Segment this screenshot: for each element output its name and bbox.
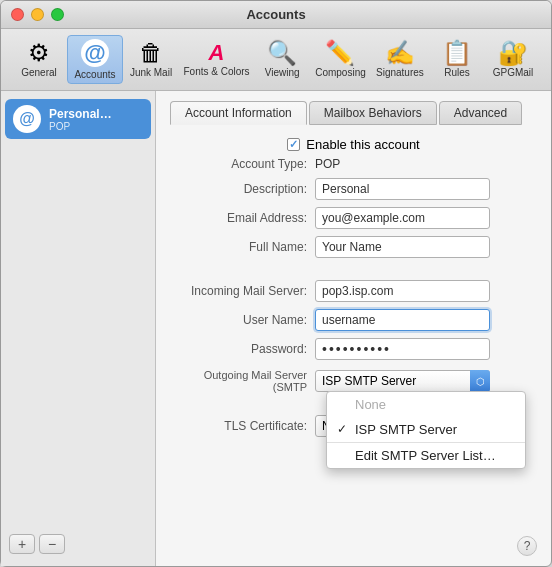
accounts-icon: @ [81,39,109,67]
toolbar-item-fonts-colors[interactable]: A Fonts & Colors [179,38,254,81]
account-info: Personal… POP [49,107,112,132]
toolbar-item-general[interactable]: ⚙ General [11,37,67,82]
composing-icon: ✏️ [325,41,355,65]
toolbar-label-rules: Rules [444,67,470,78]
junk-mail-icon: 🗑 [139,41,163,65]
maximize-button[interactable] [51,8,64,21]
close-button[interactable] [11,8,24,21]
toolbar-label-general: General [21,67,57,78]
toolbar-item-composing[interactable]: ✏️ Composing [310,37,371,82]
dropdown-edit-smtp-label: Edit SMTP Server List… [355,448,496,463]
toolbar-label-viewing: Viewing [265,67,300,78]
incoming-server-label: Incoming Mail Server: [170,284,315,298]
password-input[interactable]: •••••••••• [315,338,490,360]
form-row-username: User Name: [170,309,537,331]
incoming-server-input[interactable] [315,280,490,302]
tls-field-label: TLS Certificate: [170,419,315,433]
account-name: Personal… [49,107,112,121]
help-button[interactable]: ? [517,536,537,556]
main-window: Accounts ⚙ General @ Accounts 🗑 Junk Mai… [0,0,552,567]
dropdown-none-label: None [355,397,386,412]
dropdown-item-none[interactable]: None [327,392,525,417]
form-row-outgoing-server: Outgoing Mail Server (SMTP ISP SMTP Serv… [170,369,537,393]
form-row-account-type: Account Type: POP [170,157,537,171]
toolbar-item-viewing[interactable]: 🔍 Viewing [254,37,310,82]
fullname-input[interactable] [315,236,490,258]
tab-advanced[interactable]: Advanced [439,101,522,125]
titlebar-buttons [11,8,64,21]
toolbar-item-junk-mail[interactable]: 🗑 Junk Mail [123,37,179,82]
form-row-password: Password: •••••••••• [170,338,537,360]
toolbar-item-rules[interactable]: 📋 Rules [429,37,485,82]
rules-icon: 📋 [442,41,472,65]
account-type-value: POP [315,157,340,171]
account-type-label: POP [49,121,112,132]
toolbar: ⚙ General @ Accounts 🗑 Junk Mail A Fonts… [1,29,551,91]
main-content: @ Personal… POP + − Account Information … [1,91,551,566]
account-item-personal[interactable]: @ Personal… POP [5,99,151,139]
sidebar: @ Personal… POP + − [1,91,156,566]
form-row-description: Description: [170,178,537,200]
username-field-label: User Name: [170,313,315,327]
dropdown-item-isp-smtp[interactable]: ISP SMTP Server [327,417,525,442]
enable-label: Enable this account [306,137,419,152]
toolbar-item-signatures[interactable]: ✍️ Signatures [371,37,429,82]
enable-checkbox[interactable] [287,138,300,151]
username-input[interactable] [315,309,490,331]
signatures-icon: ✍️ [385,41,415,65]
toolbar-label-fonts-colors: Fonts & Colors [183,66,249,77]
description-field-label: Description: [170,182,315,196]
toolbar-label-junk-mail: Junk Mail [130,67,172,78]
tab-bar: Account Information Mailbox Behaviors Ad… [170,101,537,125]
gpgmail-icon: 🔐 [498,41,528,65]
toolbar-label-composing: Composing [315,67,366,78]
fonts-colors-icon: A [209,42,225,64]
form-row-incoming-server: Incoming Mail Server: [170,280,537,302]
outgoing-server-select[interactable]: ISP SMTP Server [315,370,490,392]
dropdown-isp-smtp-label: ISP SMTP Server [355,422,457,437]
sidebar-bottom: + − [5,530,151,558]
help-icon: ? [524,539,531,553]
minimize-button[interactable] [31,8,44,21]
right-panel: Account Information Mailbox Behaviors Ad… [156,91,551,566]
outgoing-server-label: Outgoing Mail Server (SMTP [170,369,315,393]
description-input[interactable] [315,178,490,200]
account-icon: @ [13,105,41,133]
outgoing-server-select-wrapper: ISP SMTP Server ⬡ [315,370,490,392]
toolbar-label-signatures: Signatures [376,67,424,78]
dropdown-popup: None ISP SMTP Server Edit SMTP Server Li… [326,391,526,469]
enable-row: Enable this account [170,137,537,152]
account-type-field-label: Account Type: [170,157,315,171]
general-icon: ⚙ [28,41,50,65]
dropdown-item-edit-smtp[interactable]: Edit SMTP Server List… [327,443,525,468]
form-row-fullname: Full Name: [170,236,537,258]
tab-account-information[interactable]: Account Information [170,101,307,125]
titlebar: Accounts [1,1,551,29]
form-row-email: Email Address: [170,207,537,229]
toolbar-item-gpgmail[interactable]: 🔐 GPGMail [485,37,541,82]
remove-account-button[interactable]: − [39,534,65,554]
email-input[interactable] [315,207,490,229]
add-account-button[interactable]: + [9,534,35,554]
password-field-label: Password: [170,342,315,356]
fullname-field-label: Full Name: [170,240,315,254]
toolbar-item-accounts[interactable]: @ Accounts [67,35,123,84]
window-title: Accounts [246,7,305,22]
toolbar-label-gpgmail: GPGMail [493,67,534,78]
email-field-label: Email Address: [170,211,315,225]
tab-mailbox-behaviors[interactable]: Mailbox Behaviors [309,101,437,125]
toolbar-label-accounts: Accounts [74,69,115,80]
viewing-icon: 🔍 [267,41,297,65]
